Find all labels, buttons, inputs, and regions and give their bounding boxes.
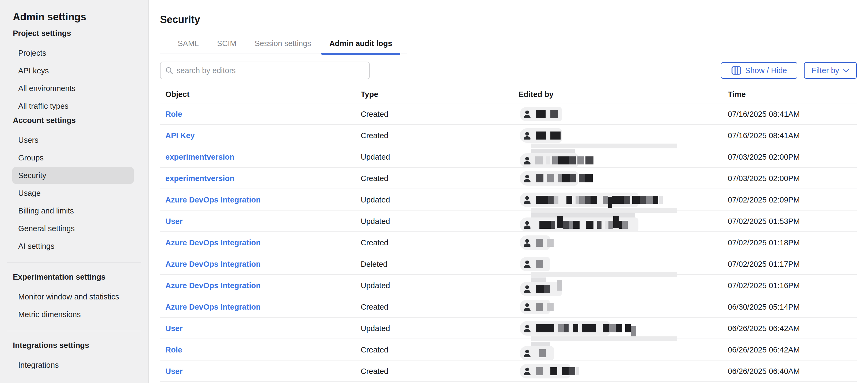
table-row: UserUpdated06/26/2025 06:42AM: [160, 318, 857, 339]
sidebar-item-usage[interactable]: Usage: [0, 188, 148, 199]
audit-log-table: Object Type Edited by Time RoleCreated07…: [160, 86, 857, 382]
type-cell: Created: [355, 174, 513, 183]
sidebar-divider: [7, 331, 141, 331]
search-input[interactable]: [176, 66, 365, 75]
sidebar-section-account-settings: Account settingsUsersGroupsSecurityUsage…: [0, 115, 148, 252]
sidebar-item-groups[interactable]: Groups: [0, 152, 148, 163]
sidebar-item-all-traffic-types[interactable]: All traffic types: [0, 101, 148, 111]
editor-chip: [520, 128, 562, 143]
object-cell: User: [160, 324, 355, 333]
edited-by-cell: [513, 296, 722, 318]
sidebar-section-header: Integrations settings: [0, 340, 148, 351]
redacted-text-block: [573, 221, 580, 229]
person-icon: [522, 366, 532, 376]
time-cell: 07/16/2025 08:41AM: [722, 131, 857, 140]
object-link-user[interactable]: User: [165, 367, 183, 376]
sidebar-list: Integrations: [0, 360, 148, 371]
show-hide-button[interactable]: Show / Hide: [721, 62, 797, 79]
sidebar-item-projects[interactable]: Projects: [0, 48, 148, 58]
object-link-experimentversion[interactable]: experimentversion: [165, 174, 235, 183]
search-icon: [165, 66, 174, 75]
time-cell: 07/02/2025 01:18PM: [722, 238, 857, 247]
editor-chip: [520, 217, 639, 232]
object-cell: Role: [160, 110, 355, 119]
table-row: Azure DevOps IntegrationCreated07/02/202…: [160, 232, 857, 254]
tab-scim[interactable]: SCIM: [209, 37, 245, 55]
tab-saml[interactable]: SAML: [169, 37, 207, 55]
object-cell: experimentversion: [160, 153, 355, 161]
sidebar-list: ProjectsAPI keysAll environmentsAll traf…: [0, 48, 148, 111]
object-link-user[interactable]: User: [165, 324, 183, 333]
object-link-azure-devops-integration[interactable]: Azure DevOps Integration: [165, 238, 260, 247]
editor-chip: [520, 153, 578, 168]
sidebar-item-all-environments[interactable]: All environments: [0, 83, 148, 94]
person-icon: [522, 109, 532, 119]
table-body: RoleCreated07/16/2025 08:41AMAPI KeyCrea…: [160, 104, 857, 382]
object-link-azure-devops-integration[interactable]: Azure DevOps Integration: [165, 196, 260, 204]
sidebar-item-billing-and-limits[interactable]: Billing and limits: [0, 205, 148, 216]
redacted-text-block: [548, 196, 554, 204]
column-header-edited-by: Edited by: [513, 90, 722, 99]
sidebar: Admin settings Project settingsProjectsA…: [0, 0, 149, 383]
search-box[interactable]: [160, 62, 370, 79]
sidebar-list: UsersGroupsSecurityUsageBilling and limi…: [0, 135, 148, 252]
sidebar-item-integrations[interactable]: Integrations: [0, 360, 148, 371]
sidebar-section-header: Experimentation settings: [0, 272, 148, 282]
sidebar-item-metric-dimensions[interactable]: Metric dimensions: [0, 309, 148, 320]
redacted-text-block: [554, 196, 558, 204]
redacted-text-block: [568, 367, 575, 375]
redaction-overlay-bar: [531, 208, 677, 213]
person-icon: [522, 259, 532, 269]
redacted-text-block: [605, 221, 609, 229]
object-cell: Azure DevOps Integration: [160, 196, 355, 204]
redacted-text-block: [558, 174, 562, 182]
redacted-text-block: [640, 196, 646, 204]
page-title: Security: [160, 13, 200, 26]
time-cell: 06/26/2025 06:42AM: [722, 346, 857, 354]
tab-admin-audit-logs[interactable]: Admin audit logs: [321, 37, 400, 55]
edited-by-cell: [513, 254, 722, 275]
time-cell: 06/26/2025 06:40AM: [722, 367, 857, 376]
object-link-azure-devops-integration[interactable]: Azure DevOps Integration: [165, 281, 260, 290]
redacted-text-block: [624, 196, 630, 204]
sidebar-item-api-keys[interactable]: API keys: [0, 65, 148, 76]
object-link-role[interactable]: Role: [165, 110, 182, 118]
object-link-azure-devops-integration[interactable]: Azure DevOps Integration: [165, 260, 260, 268]
redacted-text-block: [569, 221, 573, 229]
edited-by-cell: [513, 125, 722, 146]
redacted-text-block: [579, 174, 585, 182]
redacted-text-block: [536, 303, 543, 311]
editor-chip: [520, 257, 550, 271]
object-link-user[interactable]: User: [165, 217, 183, 226]
person-icon: [522, 195, 532, 205]
tab-session-settings[interactable]: Session settings: [246, 37, 319, 55]
redacted-text-block: [564, 324, 568, 332]
person-icon: [522, 131, 532, 140]
edited-by-cell: [513, 189, 722, 210]
sidebar-item-general-settings[interactable]: General settings: [0, 223, 148, 234]
redacted-text-block: [576, 367, 579, 375]
edited-by-cell: [513, 318, 722, 339]
column-header-type: Type: [355, 90, 513, 99]
redacted-text-block: [558, 156, 569, 165]
object-cell: Role: [160, 346, 355, 354]
time-cell: 07/02/2025 02:09PM: [722, 196, 857, 204]
sidebar-item-security[interactable]: Security: [12, 167, 134, 184]
object-link-role[interactable]: Role: [165, 346, 182, 354]
object-link-azure-devops-integration[interactable]: Azure DevOps Integration: [165, 303, 260, 311]
redacted-text-block: [536, 285, 544, 293]
redacted-text-block: [585, 174, 593, 182]
editor-chip: [520, 107, 562, 121]
redacted-text-block: [622, 221, 628, 229]
sidebar-item-monitor-window-and-statistics[interactable]: Monitor window and statistics: [0, 291, 148, 302]
sidebar-item-ai-settings[interactable]: AI settings: [0, 241, 148, 252]
object-link-api-key[interactable]: API Key: [165, 131, 195, 140]
table-header-row: Object Type Edited by Time: [160, 86, 857, 104]
time-cell: 06/26/2025 06:42AM: [722, 324, 857, 333]
object-link-experimentversion[interactable]: experimentversion: [165, 153, 235, 161]
filter-by-button[interactable]: Filter by: [804, 62, 857, 79]
type-cell: Created: [355, 303, 513, 312]
object-cell: Azure DevOps Integration: [160, 281, 355, 290]
sidebar-item-users[interactable]: Users: [0, 135, 148, 145]
person-icon: [522, 238, 532, 247]
